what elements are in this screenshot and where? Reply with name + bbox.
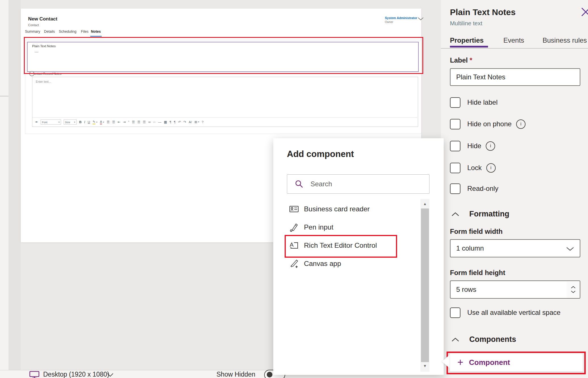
- components-section-header[interactable]: Components: [452, 335, 516, 344]
- canvas-app-icon: [289, 259, 299, 268]
- clear-format-icon[interactable]: A/: [189, 120, 192, 124]
- outdent-icon[interactable]: ⇤: [118, 120, 120, 124]
- bold-icon[interactable]: B: [79, 120, 82, 124]
- form-tab-notes[interactable]: Notes: [91, 30, 101, 34]
- checkbox-row-hide: Hide i: [450, 140, 495, 152]
- hide-label-checkbox[interactable]: [450, 97, 460, 108]
- owner-chevron-down-icon[interactable]: [418, 17, 424, 20]
- business-card-icon: [289, 204, 299, 214]
- stepper-down-icon[interactable]: [571, 290, 576, 293]
- owner-role-label: Owner: [385, 20, 393, 24]
- pen-icon: [289, 222, 299, 232]
- italic-icon[interactable]: I: [84, 120, 85, 124]
- image-icon[interactable]: ▦: [164, 120, 167, 124]
- numbered-list-icon[interactable]: ☰: [112, 120, 115, 124]
- rtl-paragraph-icon[interactable]: ¶: [174, 120, 176, 124]
- checkbox-row-hide-on-phone: Hide on phone i: [450, 118, 526, 130]
- panel-subtitle: Multiline text: [450, 20, 482, 27]
- align-right-icon[interactable]: ☰: [143, 120, 146, 124]
- label-field-header: Label *: [450, 56, 472, 64]
- form-field-height-label: Form field height: [450, 269, 505, 277]
- scroll-up-icon[interactable]: ▲: [420, 202, 429, 206]
- flyout-beak: [442, 355, 450, 368]
- form-tab-summary[interactable]: Summary: [25, 30, 40, 34]
- blockquote-icon[interactable]: ”: [128, 120, 129, 124]
- rich-text-toolbar: ✒Font▾Size▾BIU✎▾A▾☰☰⇤⇥”☰☰☰∞∞—▦¶¶↶↷A/⊞▾?: [32, 117, 417, 126]
- panel-tabs-divider: [441, 48, 588, 49]
- scroll-down-icon[interactable]: ▼: [420, 364, 429, 368]
- unlink-icon[interactable]: ∞: [153, 120, 155, 124]
- info-icon[interactable]: i: [486, 163, 496, 173]
- link-icon[interactable]: ∞: [148, 120, 151, 124]
- required-asterisk: *: [470, 56, 472, 64]
- component-item-label: Business card reader: [304, 205, 370, 213]
- font-color-icon[interactable]: A▾: [100, 120, 104, 124]
- left-band: [9, 0, 21, 370]
- stepper-up-icon[interactable]: [571, 286, 576, 289]
- component-item-label: Pen input: [304, 223, 333, 231]
- bullet-list-icon[interactable]: ☰: [107, 120, 109, 124]
- table-icon[interactable]: ⊞▾: [194, 120, 199, 124]
- highlight-color-icon[interactable]: ✎▾: [93, 120, 97, 124]
- show-hidden-label: Show Hidden: [216, 371, 255, 378]
- form-field-height-stepper[interactable]: 5 rows: [450, 280, 580, 299]
- tab-properties[interactable]: Properties: [450, 36, 484, 44]
- component-item-business-card-reader[interactable]: Business card reader: [280, 200, 405, 218]
- info-icon[interactable]: i: [486, 141, 495, 151]
- font-select[interactable]: Font▾: [41, 119, 61, 125]
- left-rail-divider: [0, 96, 9, 96]
- form-field-width-dropdown[interactable]: 1 column: [450, 239, 580, 257]
- flyout-scrollbar-thumb[interactable]: [421, 208, 429, 362]
- component-item-label: Canvas app: [304, 260, 341, 268]
- vertical-space-checkbox[interactable]: [450, 307, 460, 318]
- redo-icon[interactable]: ↷: [184, 120, 186, 124]
- indent-icon[interactable]: ⇥: [123, 120, 126, 124]
- format-painter-icon[interactable]: ✒: [35, 120, 38, 124]
- panel-title: Plain Text Notes: [450, 7, 516, 17]
- form-designer-screen: New Contact Contact Summary Details Sche…: [0, 0, 588, 378]
- hide-checkbox[interactable]: [450, 141, 460, 151]
- rich-text-placeholder: Enter text...: [36, 80, 51, 83]
- owner-link[interactable]: System Administrator: [385, 16, 417, 20]
- form-title: New Contact: [28, 16, 57, 22]
- ltr-paragraph-icon[interactable]: ¶: [170, 120, 171, 124]
- annotation-box-component-button: [447, 352, 586, 374]
- form-tab-files[interactable]: Files: [81, 30, 88, 34]
- component-search-input[interactable]: Search: [287, 174, 429, 194]
- notes-tab-underline: [90, 36, 102, 37]
- chevron-up-icon: [452, 212, 459, 216]
- form-field-width-label: Form field width: [450, 228, 502, 236]
- left-rail: [0, 0, 9, 370]
- chevron-down-icon: [566, 247, 574, 251]
- device-chevron-down-icon[interactable]: [107, 373, 114, 377]
- checkbox-row-read-only: Read-only: [450, 183, 498, 194]
- label-input[interactable]: Plain Text Notes: [450, 68, 580, 86]
- form-tab-scheduling[interactable]: Scheduling: [59, 30, 76, 34]
- tab-business-rules[interactable]: Business rules: [543, 36, 587, 44]
- component-item-pen-input[interactable]: Pen input: [280, 218, 405, 236]
- checkbox-row-lock: Lock i: [450, 162, 496, 173]
- align-center-icon[interactable]: ☰: [137, 120, 140, 124]
- read-only-checkbox[interactable]: [450, 183, 460, 194]
- device-preview-selector[interactable]: Desktop (1920 x 1080): [43, 371, 109, 378]
- toggle-knob: [267, 372, 272, 377]
- help-icon[interactable]: ?: [202, 120, 203, 124]
- close-icon[interactable]: [580, 6, 588, 18]
- monitor-icon: [29, 371, 41, 378]
- search-placeholder: Search: [310, 180, 332, 188]
- chevron-up-icon: [452, 337, 459, 342]
- align-left-icon[interactable]: ☰: [132, 120, 135, 124]
- horizontal-line-icon[interactable]: —: [158, 120, 162, 124]
- stepper-buttons[interactable]: [567, 281, 580, 298]
- form-tab-details[interactable]: Details: [44, 30, 55, 34]
- underline-icon[interactable]: U: [88, 120, 90, 124]
- formatting-section-header[interactable]: Formatting: [452, 210, 509, 218]
- tab-events[interactable]: Events: [503, 36, 524, 44]
- size-select[interactable]: Size▾: [64, 119, 77, 125]
- lock-checkbox[interactable]: [450, 163, 460, 173]
- info-icon[interactable]: i: [516, 119, 526, 129]
- search-icon: [295, 179, 304, 189]
- undo-icon[interactable]: ↶: [178, 120, 181, 124]
- hide-on-phone-checkbox[interactable]: [450, 119, 460, 129]
- annotation-box-plain-text-field: [24, 37, 423, 74]
